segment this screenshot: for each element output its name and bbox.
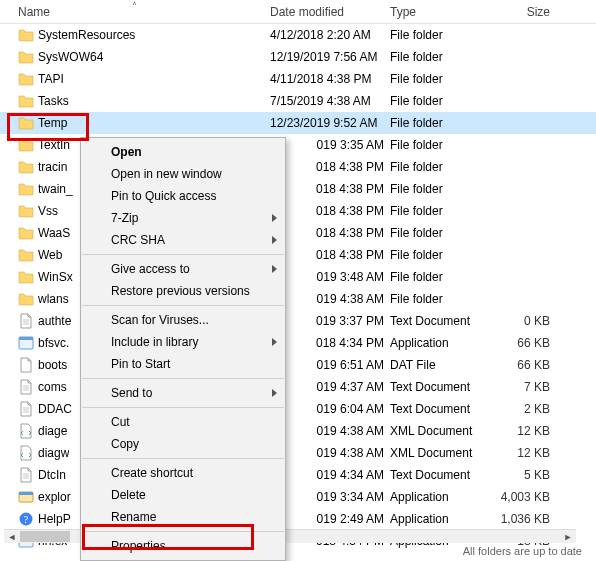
- file-name: TAPI: [38, 72, 64, 86]
- scroll-left-icon[interactable]: ◄: [4, 530, 20, 544]
- context-menu-open[interactable]: Open: [81, 141, 285, 163]
- cell-size: 12 KB: [490, 424, 560, 438]
- context-menu-crc-sha[interactable]: CRC SHA: [81, 229, 285, 251]
- cell-date: 018 4:38 PM: [270, 248, 390, 262]
- context-menu-7-zip[interactable]: 7-Zip: [81, 207, 285, 229]
- context-menu-separator: [82, 378, 284, 379]
- table-row[interactable]: TAPI4/11/2018 4:38 PMFile folder: [0, 68, 596, 90]
- cell-type: File folder: [390, 28, 490, 42]
- cell-date: 018 4:38 PM: [270, 226, 390, 240]
- folder-icon: [18, 159, 34, 175]
- table-row[interactable]: Tasks7/15/2019 4:38 AMFile folder: [0, 90, 596, 112]
- cell-type: File folder: [390, 226, 490, 240]
- cell-type: File folder: [390, 292, 490, 306]
- cell-size: 5 KB: [490, 468, 560, 482]
- cell-name: Tasks: [0, 93, 270, 109]
- xml-icon: [18, 423, 34, 439]
- explorer-icon: [18, 489, 34, 505]
- cell-name: SystemResources: [0, 27, 270, 43]
- table-row[interactable]: SystemResources4/12/2018 2:20 AMFile fol…: [0, 24, 596, 46]
- dat-icon: [18, 357, 34, 373]
- file-name: Web: [38, 248, 62, 262]
- cell-type: File folder: [390, 116, 490, 130]
- cell-type: File folder: [390, 182, 490, 196]
- cell-date: 019 3:35 AM: [270, 138, 390, 152]
- cell-type: XML Document: [390, 446, 490, 460]
- folder-icon: [18, 181, 34, 197]
- cell-date: 019 3:48 AM: [270, 270, 390, 284]
- cell-date: 4/12/2018 2:20 AM: [270, 28, 390, 42]
- cell-date: 019 6:04 AM: [270, 402, 390, 416]
- context-menu-create-shortcut[interactable]: Create shortcut: [81, 462, 285, 484]
- cell-date: 019 4:37 AM: [270, 380, 390, 394]
- cell-type: Text Document: [390, 468, 490, 482]
- cell-type: XML Document: [390, 424, 490, 438]
- context-menu-scan-for-viruses[interactable]: Scan for Viruses...: [81, 309, 285, 331]
- cell-size: 66 KB: [490, 358, 560, 372]
- file-name: coms: [38, 380, 67, 394]
- header-date[interactable]: Date modified: [270, 5, 390, 19]
- context-menu-rename[interactable]: Rename: [81, 506, 285, 528]
- context-menu-delete[interactable]: Delete: [81, 484, 285, 506]
- cell-date: 7/15/2019 4:38 AM: [270, 94, 390, 108]
- cell-date: 018 4:38 PM: [270, 160, 390, 174]
- app-icon: [18, 335, 34, 351]
- file-name: authte: [38, 314, 71, 328]
- context-menu-pin-to-start[interactable]: Pin to Start: [81, 353, 285, 375]
- folder-icon: [18, 71, 34, 87]
- file-icon: [18, 401, 34, 417]
- cell-type: Application: [390, 336, 490, 350]
- folder-icon: [18, 115, 34, 131]
- cell-type: File folder: [390, 138, 490, 152]
- cell-date: 019 3:37 PM: [270, 314, 390, 328]
- cell-date: 019 6:51 AM: [270, 358, 390, 372]
- cell-date: 019 2:49 AM: [270, 512, 390, 526]
- header-name[interactable]: Name ˄: [0, 5, 270, 19]
- cell-date: 12/19/2019 7:56 AM: [270, 50, 390, 64]
- cell-type: File folder: [390, 160, 490, 174]
- table-row[interactable]: SysWOW6412/19/2019 7:56 AMFile folder: [0, 46, 596, 68]
- scroll-thumb[interactable]: [20, 531, 70, 542]
- context-menu: OpenOpen in new windowPin to Quick acces…: [80, 137, 286, 561]
- folder-icon: [18, 269, 34, 285]
- cell-name: SysWOW64: [0, 49, 270, 65]
- folder-icon: [18, 247, 34, 263]
- file-name: tracin: [38, 160, 67, 174]
- file-name: explor: [38, 490, 71, 504]
- cell-name: TAPI: [0, 71, 270, 87]
- cell-type: Application: [390, 512, 490, 526]
- context-menu-give-access-to[interactable]: Give access to: [81, 258, 285, 280]
- cell-date: 019 4:38 AM: [270, 292, 390, 306]
- cell-date: 018 4:38 PM: [270, 182, 390, 196]
- table-row[interactable]: Temp12/23/2019 9:52 AMFile folder: [0, 112, 596, 134]
- cell-size: 7 KB: [490, 380, 560, 394]
- header-name-label: Name: [18, 5, 50, 19]
- file-name: DtcIn: [38, 468, 66, 482]
- context-menu-properties[interactable]: Properties: [81, 535, 285, 557]
- context-menu-send-to[interactable]: Send to: [81, 382, 285, 404]
- cell-type: File folder: [390, 248, 490, 262]
- context-menu-open-in-new-window[interactable]: Open in new window: [81, 163, 285, 185]
- file-name: HelpP: [38, 512, 71, 526]
- file-name: bfsvc.: [38, 336, 69, 350]
- context-menu-separator: [82, 458, 284, 459]
- file-name: SysWOW64: [38, 50, 103, 64]
- file-name: WinSx: [38, 270, 73, 284]
- context-menu-restore-previous-versions[interactable]: Restore previous versions: [81, 280, 285, 302]
- cell-date: 019 4:38 AM: [270, 424, 390, 438]
- cell-type: Text Document: [390, 314, 490, 328]
- file-name: diage: [38, 424, 67, 438]
- context-menu-pin-to-quick-access[interactable]: Pin to Quick access: [81, 185, 285, 207]
- help-icon: [18, 511, 34, 527]
- file-name: twain_: [38, 182, 73, 196]
- cell-date: 019 3:34 AM: [270, 490, 390, 504]
- context-menu-copy[interactable]: Copy: [81, 433, 285, 455]
- cell-type: File folder: [390, 204, 490, 218]
- context-menu-separator: [82, 305, 284, 306]
- header-size[interactable]: Size: [490, 5, 560, 19]
- context-menu-cut[interactable]: Cut: [81, 411, 285, 433]
- header-type[interactable]: Type: [390, 5, 490, 19]
- file-name: SystemResources: [38, 28, 135, 42]
- cell-size: 12 KB: [490, 446, 560, 460]
- context-menu-include-in-library[interactable]: Include in library: [81, 331, 285, 353]
